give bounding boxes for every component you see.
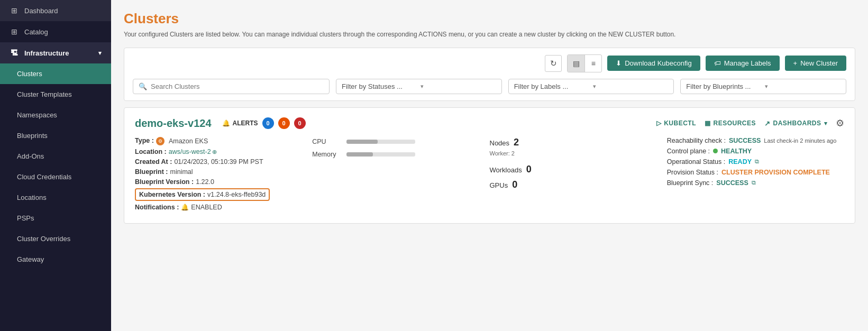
resources-icon: ▦ xyxy=(705,119,711,127)
memory-progress-bg xyxy=(346,152,415,157)
kubectl-button[interactable]: ▷ KUBECTL xyxy=(656,119,696,127)
dashboard-icon: ⊞ xyxy=(10,6,19,15)
reachability-row: Reachability check : SUCCESS Last check-… xyxy=(667,137,844,144)
cluster-body: Type : ⚙ Amazon EKS Location : aws/us-we… xyxy=(135,137,844,214)
cpu-progress-bg xyxy=(346,140,415,144)
list-view-button[interactable]: ≡ xyxy=(584,55,601,72)
provision-status-row: Provision Status : CLUSTER PROVISION COM… xyxy=(667,169,844,176)
main-content: Clusters Your configured Clusters are li… xyxy=(111,0,868,331)
search-input[interactable] xyxy=(151,82,324,90)
sidebar-item-label: Cluster Overrides xyxy=(17,235,70,243)
blueprint-sync-row: Blueprint Sync : SUCCESS ⧉ xyxy=(667,179,844,187)
settings-button[interactable]: ⚙ xyxy=(836,117,844,129)
external-link-icon-2[interactable]: ⧉ xyxy=(752,179,756,186)
sidebar-item-cloud-credentials[interactable]: Cloud Credentials xyxy=(0,167,111,187)
type-row: Type : ⚙ Amazon EKS xyxy=(135,137,301,145)
sidebar-item-namespaces[interactable]: Namespaces xyxy=(0,105,111,125)
sidebar-item-gateway[interactable]: Gateway xyxy=(0,249,111,270)
location-row: Location : aws/us-west-2 ⊕ xyxy=(135,148,301,155)
sidebar-item-label: Cloud Credentials xyxy=(17,173,71,181)
alert-badge-orange[interactable]: 0 xyxy=(278,117,290,129)
operational-status-row: Operational Status : READY ⧉ xyxy=(667,158,844,166)
content-area: Clusters Your configured Clusters are li… xyxy=(111,0,868,331)
sidebar-item-blueprints[interactable]: Blueprints xyxy=(0,125,111,146)
filter-blueprints-dropdown[interactable]: Filter by Blueprints ... ▾ xyxy=(680,79,846,94)
sidebar-item-catalog[interactable]: ⊞ Catalog xyxy=(0,21,111,42)
label-icon: 🏷 xyxy=(714,59,721,67)
toolbar-top: ↻ ▤ ≡ ⬇ Download Kubeconfig 🏷 Manage Lab… xyxy=(133,54,846,72)
workloads-stat: Workloads 0 xyxy=(490,164,667,175)
blueprint-version-row: Blueprint Version : 1.22.0 xyxy=(135,178,301,186)
chevron-down-icon: ▾ xyxy=(824,120,828,127)
alerts-section: 🔔 ALERTS 0 0 0 xyxy=(222,117,646,129)
filter-statuses-dropdown[interactable]: Filter by Statuses ... ▾ xyxy=(336,79,502,94)
sidebar-item-psps[interactable]: PSPs xyxy=(0,208,111,228)
cluster-actions: ▷ KUBECTL ▦ RESOURCES ↗ DASHBOARDS ▾ ⚙ xyxy=(656,117,844,129)
sidebar-item-label: Catalog xyxy=(24,28,48,36)
chevron-down-icon: ▾ xyxy=(421,83,496,90)
sidebar-item-add-ons[interactable]: Add-Ons xyxy=(0,146,111,167)
stats-col: Nodes 2 Worker: 2 Workloads 0 GPUs 0 xyxy=(490,137,667,214)
download-icon: ⬇ xyxy=(616,59,622,67)
download-kubeconfig-button[interactable]: ⬇ Download Kubeconfig xyxy=(607,56,700,71)
cluster-info-col: Type : ⚙ Amazon EKS Location : aws/us-we… xyxy=(135,137,312,214)
metrics-col: CPU Memory xyxy=(312,137,489,214)
nodes-stat: Nodes 2 xyxy=(490,137,667,148)
gpus-stat: GPUs 0 xyxy=(490,179,667,190)
cpu-row: CPU xyxy=(312,138,489,145)
alerts-label: 🔔 ALERTS xyxy=(222,119,258,127)
sidebar-item-label: PSPs xyxy=(17,214,34,222)
nodes-sub: Worker: 2 xyxy=(490,150,667,157)
terminal-icon: ▷ xyxy=(656,119,662,127)
cluster-name-link[interactable]: demo-eks-v124 xyxy=(135,117,212,130)
sidebar-item-label: Dashboard xyxy=(24,7,58,15)
memory-row: Memory xyxy=(312,151,489,158)
sidebar-item-label: Clusters xyxy=(17,70,42,78)
sidebar-item-label: Locations xyxy=(17,194,47,201)
trend-icon: ↗ xyxy=(764,119,771,127)
search-box[interactable]: 🔍 xyxy=(133,79,330,94)
search-icon: 🔍 xyxy=(139,82,147,90)
toolbar: ↻ ▤ ≡ ⬇ Download Kubeconfig 🏷 Manage Lab… xyxy=(124,48,855,101)
eks-icon: ⚙ xyxy=(156,137,165,145)
created-at-row: Created At : 01/24/2023, 05:10:39 PM PST xyxy=(135,158,301,166)
sidebar-item-cluster-overrides[interactable]: Cluster Overrides xyxy=(0,228,111,249)
resources-button[interactable]: ▦ RESOURCES xyxy=(705,119,756,127)
page-description: Your configured Clusters are listed belo… xyxy=(124,30,855,39)
sidebar: ⊞ Dashboard ⊞ Catalog 🏗 Infrastructure ▾… xyxy=(0,0,111,331)
chevron-down-icon: ▾ xyxy=(98,50,102,57)
filters-row: 🔍 Filter by Statuses ... ▾ Filter by Lab… xyxy=(133,79,846,94)
status-col: Reachability check : SUCCESS Last check-… xyxy=(667,137,844,214)
dashboards-button[interactable]: ↗ DASHBOARDS ▾ xyxy=(764,119,827,127)
grid-view-button[interactable]: ▤ xyxy=(568,55,584,72)
manage-labels-button[interactable]: 🏷 Manage Labels xyxy=(706,56,780,71)
sidebar-item-infrastructure[interactable]: 🏗 Infrastructure ▾ xyxy=(0,42,111,63)
sidebar-item-label: Namespaces xyxy=(17,111,57,119)
refresh-button[interactable]: ↻ xyxy=(545,55,562,72)
filter-labels-dropdown[interactable]: Filter by Labels ... ▾ xyxy=(508,79,674,94)
chevron-down-icon: ▾ xyxy=(593,83,669,90)
cpu-progress-fill xyxy=(346,140,378,144)
alert-badge-blue[interactable]: 0 xyxy=(262,117,274,129)
view-toggle: ▤ ≡ xyxy=(567,54,602,72)
alert-badge-red[interactable]: 0 xyxy=(294,117,306,129)
plus-icon: + xyxy=(793,59,798,67)
sidebar-item-label: Blueprints xyxy=(17,132,48,140)
sidebar-item-locations[interactable]: Locations xyxy=(0,187,111,208)
control-plane-row: Control plane : HEALTHY xyxy=(667,148,844,155)
blueprint-row: Blueprint : minimal xyxy=(135,168,301,176)
sidebar-item-label: Gateway xyxy=(17,255,44,263)
notifications-row: Notifications : 🔔 ENABLED xyxy=(135,204,301,211)
bell-icon: 🔔 xyxy=(222,119,230,127)
sidebar-item-cluster-templates[interactable]: Cluster Templates xyxy=(0,84,111,105)
sidebar-item-clusters[interactable]: Clusters xyxy=(0,63,111,84)
external-link-icon[interactable]: ⧉ xyxy=(755,158,759,165)
sidebar-item-label: Infrastructure xyxy=(24,49,69,57)
reachability-extra: Last check-in 2 minutes ago xyxy=(764,137,836,144)
health-dot xyxy=(713,149,718,153)
sidebar-item-label: Cluster Templates xyxy=(17,90,72,98)
sidebar-item-label: Add-Ons xyxy=(17,152,44,160)
new-cluster-button[interactable]: + New Cluster xyxy=(785,56,846,71)
location-icon: ⊕ xyxy=(212,149,217,155)
sidebar-item-dashboard[interactable]: ⊞ Dashboard xyxy=(0,0,111,21)
